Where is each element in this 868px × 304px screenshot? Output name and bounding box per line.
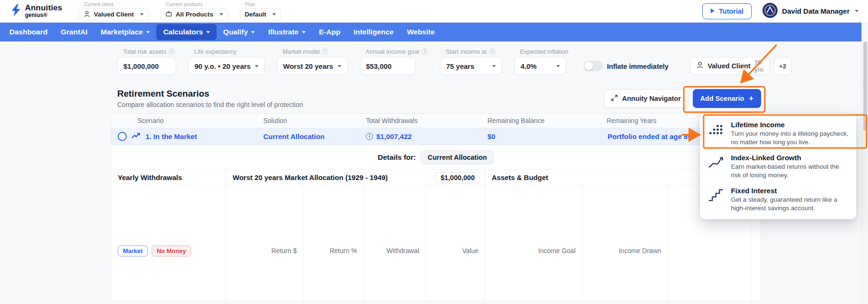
filter-label: Expected inflation [520, 48, 568, 55]
col-header-income-drawn: Income Drawn [582, 186, 668, 304]
yearly-withdrawals-panel: Yearly Withdrawals Market No Money 1 yrs… [111, 170, 226, 300]
nav-website[interactable]: Website [400, 24, 441, 40]
scenario-remaining-balance: $0 [487, 132, 495, 140]
briefcase-icon [165, 10, 172, 19]
filter-value: 90 y.o. • 20 years [195, 62, 251, 70]
annuity-navigator-button[interactable]: Annuity Navigator [604, 89, 688, 108]
filter-start-income-at: Start income ati 75 years [440, 48, 502, 75]
current-client-selector: Current client Valued Client [78, 1, 149, 21]
col-header-income-goal: Income Goal [485, 186, 582, 304]
nav-dashboard[interactable]: Dashboard [3, 24, 54, 40]
main-nav: Dashboard GrantAI Marketplace Calculator… [0, 23, 861, 41]
scenario-total-withdrawals: $1,007,422 [376, 132, 412, 140]
add-scenario-menu: Lifetime Income Turn your money into a l… [700, 114, 856, 219]
nav-illustrate[interactable]: Illustrate [261, 24, 312, 40]
more-clients-chip[interactable]: +2 [774, 57, 792, 75]
info-icon: i [489, 49, 495, 55]
no-money-chip[interactable]: No Money [152, 246, 191, 256]
market-chip[interactable]: Market [118, 246, 148, 256]
market-model-dropdown[interactable]: Worst 20 years [277, 57, 348, 75]
tutorial-button[interactable]: Tutorial [702, 3, 752, 19]
info-icon: i [366, 133, 373, 140]
filter-label: Total risk assets [123, 48, 166, 55]
chevron-down-icon [255, 65, 259, 67]
current-products-value: All Products [176, 11, 213, 18]
market-amount: $1,000,000 [435, 172, 480, 183]
life-expectancy-dropdown[interactable]: 90 y.o. • 20 years [188, 57, 265, 75]
nav-qualify[interactable]: Qualify [217, 24, 262, 40]
current-client-label: Current client [84, 1, 149, 7]
col-header-value: Value [426, 186, 485, 304]
collapse-arrows-icon [611, 94, 618, 103]
details-allocation-chip[interactable]: Current Allocation [421, 150, 494, 164]
plan-value: Default [245, 11, 267, 18]
client-chip-age: 70 y/o [754, 59, 763, 73]
vertical-scrollbar[interactable] [861, 23, 868, 304]
menu-item-title: Fixed Interest [731, 187, 850, 195]
annual-income-goal-input[interactable]: $53,000 [360, 57, 415, 75]
scenario-name: 1. In the Market [146, 132, 197, 140]
bar-chart-icon [706, 121, 725, 136]
nav-eapp[interactable]: E-App [312, 24, 347, 40]
col-header-withdrawal: Withdrawal [364, 186, 426, 304]
plan-label: Plan [245, 1, 282, 7]
inflate-immediately-label: Inflate immediately [607, 63, 669, 70]
start-income-at-dropdown[interactable]: 75 years [440, 57, 502, 75]
current-products-dropdown[interactable]: All Products [160, 8, 228, 21]
inflate-immediately-toggle[interactable] [584, 61, 602, 71]
nav-intelligence[interactable]: Intelligence [347, 24, 400, 40]
nav-calculators[interactable]: Calculators [156, 24, 216, 40]
menu-item-fixed-interest[interactable]: Fixed Interest Get a steady, guaranteed … [700, 183, 856, 216]
expected-inflation-dropdown[interactable]: 4.0% [514, 57, 566, 75]
chevron-down-icon [338, 65, 341, 67]
filter-total-risk-assets: Total risk assetsi $1,000,000 [117, 48, 176, 75]
chevron-down-icon [251, 31, 255, 33]
scenarios-header: Retirement Scenarios Compare allocation … [111, 89, 761, 108]
detail-panels: Yearly Withdrawals Market No Money 1 yrs… [111, 170, 761, 300]
menu-item-index-linked-growth[interactable]: Index-Linked Growth Earn market-based re… [700, 150, 856, 183]
add-scenario-button[interactable]: Add Scenario + [693, 89, 761, 108]
plan-dropdown[interactable]: Default [240, 8, 282, 21]
menu-item-lifetime-income[interactable]: Lifetime Income Turn your money into a l… [700, 117, 856, 150]
client-chip[interactable]: Valued Client 70 y/o [690, 57, 770, 75]
nav-label: Intelligence [354, 28, 394, 36]
info-icon: i [169, 49, 175, 55]
col-header-return-pct: Return % [303, 186, 364, 304]
filter-market-model: Market modeli Worst 20 years [277, 48, 348, 75]
scenario-table-header: Scenario Solution Total Withdrawals Rema… [111, 114, 761, 128]
plan-selector: Plan Default [240, 1, 282, 21]
filter-label: Life expectancy [194, 48, 236, 55]
logo-bolt-icon [10, 4, 22, 19]
filter-label: Market model [283, 48, 320, 55]
nav-label: E-App [319, 28, 341, 36]
total-risk-assets-input[interactable]: $1,000,000 [117, 57, 176, 75]
filter-life-expectancy: Life expectancy 90 y.o. • 20 years [188, 48, 265, 75]
nav-marketplace[interactable]: Marketplace [94, 24, 157, 40]
chevron-down-icon [272, 13, 276, 16]
user-menu[interactable]: David Data Manager [762, 2, 859, 20]
filter-value: $1,000,000 [123, 62, 159, 70]
nav-label: Calculators [163, 28, 203, 36]
scenario-radio[interactable] [118, 132, 127, 141]
menu-item-title: Lifetime Income [731, 121, 850, 129]
col-header-total-withdrawals: Total Withdrawals [360, 114, 482, 128]
client-chip-name: Valued Client [707, 62, 750, 70]
scenario-solution: Current Allocation [263, 132, 324, 140]
annuity-navigator-label: Annuity Navigator [622, 95, 681, 102]
market-col-headers: Return $ Return % Withdrawal Value [226, 186, 485, 304]
scrollbar-thumb[interactable] [863, 41, 867, 131]
nav-label: Marketplace [101, 28, 143, 36]
nav-grantai[interactable]: GrantAI [54, 24, 94, 40]
scenario-row[interactable]: 1. In the Market Current Allocation i$1,… [111, 128, 761, 145]
nav-label: GrantAI [61, 28, 88, 36]
nav-label: Dashboard [9, 28, 48, 36]
filter-annual-income-goal: Annual income goali $53,000 [360, 48, 428, 75]
chevron-down-icon [556, 65, 560, 67]
scenarios-card: Scenario Solution Total Withdrawals Rema… [111, 113, 761, 300]
filter-value: $53,000 [366, 62, 391, 70]
current-client-dropdown[interactable]: Valued Client [78, 8, 149, 21]
app-logo[interactable]: Annuities genius® [10, 4, 62, 19]
assets-title: Assets & Budget [485, 173, 548, 181]
current-products-selector: Current products All Products [160, 1, 228, 21]
chevron-down-icon [492, 65, 496, 67]
